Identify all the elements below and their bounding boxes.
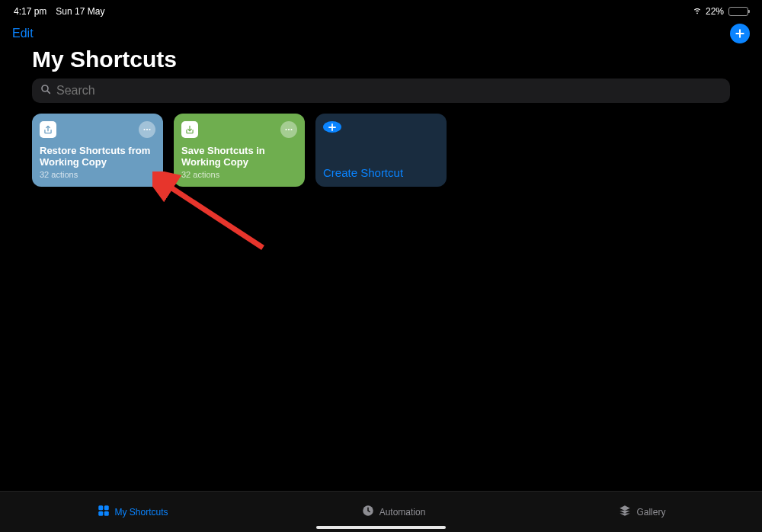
more-button[interactable]	[280, 121, 297, 138]
shortcut-card-restore[interactable]: Restore Shortcuts from Working Copy 32 a…	[32, 114, 163, 187]
cards-row: Restore Shortcuts from Working Copy 32 a…	[0, 103, 762, 197]
status-bar: 4:17 pm Sun 17 May 22%	[0, 0, 762, 18]
home-indicator[interactable]	[316, 526, 446, 529]
stack-icon	[618, 504, 632, 520]
page-title: My Shortcuts	[0, 43, 762, 79]
shortcut-card-save[interactable]: Save Shortcuts in Working Copy 32 action…	[174, 114, 305, 187]
clock-icon	[361, 504, 375, 520]
tab-label: My Shortcuts	[115, 507, 168, 518]
status-date: Sun 17 May	[56, 6, 104, 17]
svg-rect-11	[104, 511, 108, 516]
svg-point-1	[143, 129, 145, 130]
shortcut-subtitle: 32 actions	[40, 170, 155, 179]
svg-point-5	[288, 129, 290, 130]
svg-rect-8	[98, 505, 103, 510]
battery-icon	[728, 7, 748, 16]
nav-row: Edit	[0, 18, 762, 43]
edit-button[interactable]: Edit	[12, 27, 34, 40]
share-down-icon	[181, 121, 198, 138]
add-button[interactable]	[730, 24, 750, 43]
svg-point-3	[149, 129, 150, 130]
svg-point-2	[146, 129, 148, 130]
plus-icon	[323, 121, 341, 133]
create-shortcut-card[interactable]: Create Shortcut	[315, 114, 447, 187]
svg-point-6	[290, 129, 292, 130]
tab-label: Gallery	[636, 507, 665, 518]
search-icon	[40, 83, 52, 98]
shortcut-subtitle: 32 actions	[181, 170, 297, 179]
create-shortcut-label: Create Shortcut	[323, 166, 439, 179]
shortcut-title: Restore Shortcuts from Working Copy	[40, 145, 155, 168]
more-button[interactable]	[139, 121, 155, 138]
shortcut-title: Save Shortcuts in Working Copy	[181, 145, 297, 168]
status-time: 4:17 pm	[14, 6, 46, 17]
svg-rect-9	[104, 505, 108, 510]
search-bar[interactable]	[32, 79, 730, 103]
status-battery-percent: 22%	[706, 6, 724, 17]
search-input[interactable]	[56, 84, 722, 98]
wifi-icon	[692, 5, 703, 18]
share-up-icon	[40, 121, 56, 138]
tab-gallery[interactable]: Gallery	[618, 504, 665, 520]
svg-rect-10	[98, 511, 103, 516]
tab-my-shortcuts[interactable]: My Shortcuts	[97, 504, 168, 520]
tab-automation[interactable]: Automation	[361, 504, 426, 520]
tab-label: Automation	[379, 507, 426, 518]
grid-icon	[97, 504, 110, 520]
svg-point-4	[285, 129, 287, 130]
